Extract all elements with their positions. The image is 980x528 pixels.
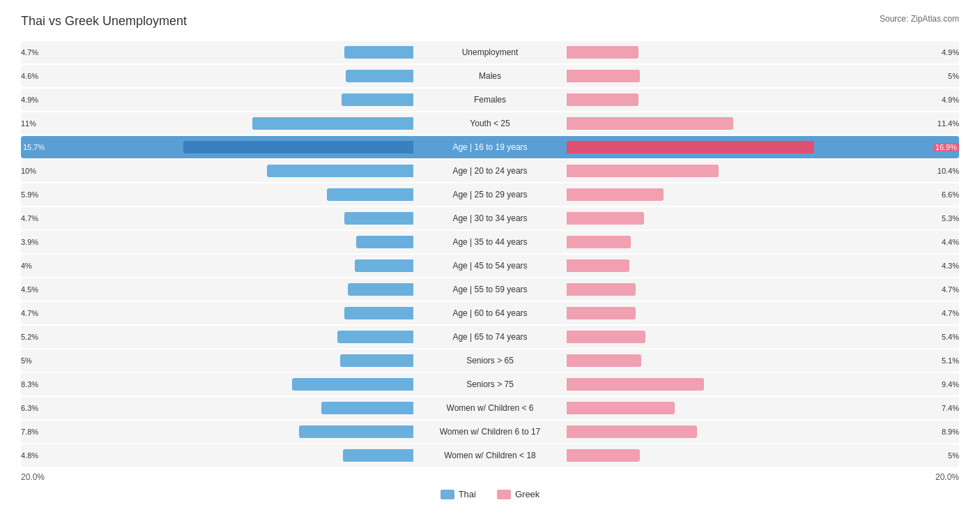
left-side: 4.6% bbox=[21, 65, 413, 87]
bar-row: 4.8%Women w/ Children < 185% bbox=[21, 444, 959, 467]
thai-value: 15.7% bbox=[21, 143, 47, 151]
left-side: 4.8% bbox=[21, 444, 413, 467]
left-side: 10% bbox=[21, 160, 413, 182]
bar-row: 4.5%Age | 55 to 59 years4.7% bbox=[21, 278, 959, 301]
bar-row: 5.2%Age | 65 to 74 years5.4% bbox=[21, 326, 959, 348]
bar-row: 11%Youth < 2511.4% bbox=[21, 112, 959, 135]
right-side: 5% bbox=[567, 444, 959, 467]
bar-row: 6.3%Women w/ Children < 67.4% bbox=[21, 397, 959, 419]
thai-value: 4.7% bbox=[21, 48, 38, 56]
greek-value: 9.4% bbox=[942, 380, 959, 389]
bar-row: 4.9%Females4.9% bbox=[21, 89, 959, 111]
greek-value: 5% bbox=[948, 72, 959, 80]
row-label: Age | 35 to 44 years bbox=[413, 237, 567, 247]
bar-row: 4.7%Unemployment4.9% bbox=[21, 41, 959, 63]
right-side: 7.4% bbox=[567, 397, 959, 419]
right-side: 8.9% bbox=[567, 421, 959, 443]
left-side: 5.9% bbox=[21, 183, 413, 206]
thai-bar bbox=[321, 402, 413, 414]
left-side: 6.3% bbox=[21, 397, 413, 419]
right-side: 6.6% bbox=[567, 183, 959, 206]
row-label: Seniors > 75 bbox=[413, 379, 567, 389]
left-side: 3.9% bbox=[21, 231, 413, 253]
thai-value: 4.5% bbox=[21, 285, 38, 294]
thai-bar bbox=[344, 212, 413, 225]
thai-value: 5.2% bbox=[21, 333, 38, 341]
axis-left-label: 20.0% bbox=[21, 472, 45, 482]
left-side: 11% bbox=[21, 112, 413, 135]
greek-value: 4.9% bbox=[942, 96, 959, 104]
right-side: 10.4% bbox=[567, 160, 959, 182]
right-side: 11.4% bbox=[567, 112, 959, 135]
row-label: Age | 20 to 24 years bbox=[413, 166, 567, 176]
left-side: 4.7% bbox=[21, 302, 413, 324]
thai-value: 4% bbox=[21, 262, 32, 270]
right-side: 5.4% bbox=[567, 326, 959, 348]
thai-value: 11% bbox=[21, 119, 36, 128]
greek-value: 8.9% bbox=[942, 428, 959, 436]
axis-right: 20.0% bbox=[567, 472, 959, 482]
bar-row: 4.7%Age | 30 to 34 years5.3% bbox=[21, 207, 959, 229]
greek-bar bbox=[567, 402, 675, 414]
legend-thai-label: Thai bbox=[459, 489, 476, 499]
right-side: 4.7% bbox=[567, 302, 959, 324]
thai-bar bbox=[327, 188, 413, 201]
left-side: 7.8% bbox=[21, 421, 413, 443]
left-side: 4% bbox=[21, 255, 413, 277]
greek-bar bbox=[567, 354, 641, 367]
left-side: 8.3% bbox=[21, 373, 413, 395]
legend-greek-label: Greek bbox=[515, 489, 539, 499]
row-label: Age | 55 to 59 years bbox=[413, 285, 567, 294]
right-side: 4.7% bbox=[567, 278, 959, 301]
greek-bar bbox=[567, 212, 644, 225]
thai-value: 4.8% bbox=[21, 451, 38, 460]
chart-container: Thai vs Greek Unemployment Source: ZipAt… bbox=[0, 0, 980, 527]
row-label: Age | 16 to 19 years bbox=[413, 142, 567, 152]
greek-value: 4.3% bbox=[942, 262, 959, 270]
greek-bar bbox=[567, 449, 640, 462]
left-side: 4.9% bbox=[21, 89, 413, 111]
right-side: 4.9% bbox=[567, 41, 959, 63]
greek-value: 4.7% bbox=[942, 285, 959, 294]
row-label: Age | 60 to 64 years bbox=[413, 308, 567, 318]
row-label: Age | 65 to 74 years bbox=[413, 332, 567, 342]
left-side: 4.5% bbox=[21, 278, 413, 301]
greek-value: 7.4% bbox=[942, 404, 959, 412]
thai-bar bbox=[292, 378, 413, 391]
greek-value: 4.4% bbox=[942, 238, 959, 246]
thai-value: 4.6% bbox=[21, 72, 38, 80]
axis-row: 20.0% 20.0% bbox=[21, 472, 959, 482]
row-label: Youth < 25 bbox=[413, 119, 567, 128]
greek-bar bbox=[567, 378, 704, 391]
axis-left: 20.0% bbox=[21, 472, 413, 482]
right-side: 4.4% bbox=[567, 231, 959, 253]
greek-value: 16.9% bbox=[933, 143, 959, 151]
chart-source: Source: ZipAtlas.com bbox=[880, 14, 959, 24]
row-label: Females bbox=[413, 95, 567, 105]
greek-value: 5.1% bbox=[942, 356, 959, 365]
bar-row: 5.9%Age | 25 to 29 years6.6% bbox=[21, 183, 959, 206]
row-label: Age | 45 to 54 years bbox=[413, 261, 567, 271]
greek-value: 4.9% bbox=[942, 48, 959, 56]
right-side: 16.9% bbox=[567, 136, 959, 158]
greek-value: 5.3% bbox=[942, 214, 959, 222]
thai-value: 3.9% bbox=[21, 238, 38, 246]
thai-value: 4.9% bbox=[21, 96, 38, 104]
thai-bar bbox=[344, 46, 413, 59]
thai-value: 8.3% bbox=[21, 380, 38, 389]
greek-value: 10.4% bbox=[937, 167, 959, 175]
thai-value: 5.9% bbox=[21, 190, 38, 199]
left-side: 4.7% bbox=[21, 41, 413, 63]
thai-value: 5% bbox=[21, 356, 32, 365]
greek-bar bbox=[567, 93, 638, 106]
thai-bar bbox=[346, 70, 413, 82]
row-label: Unemployment bbox=[413, 47, 567, 57]
left-side: 15.7% bbox=[21, 136, 413, 158]
greek-bar bbox=[567, 46, 638, 59]
axis-right-label: 20.0% bbox=[935, 472, 959, 482]
greek-bar bbox=[567, 70, 640, 82]
row-label: Males bbox=[413, 71, 567, 81]
thai-bar bbox=[337, 331, 413, 343]
thai-value: 6.3% bbox=[21, 404, 38, 412]
greek-bar bbox=[567, 259, 629, 272]
